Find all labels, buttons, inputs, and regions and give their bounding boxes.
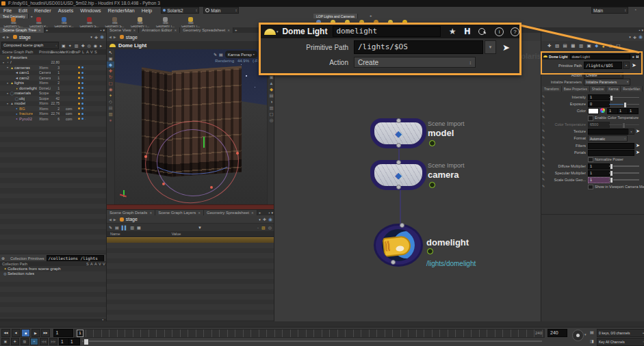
color-swatch[interactable] — [588, 108, 599, 114]
filter-icon[interactable]: ▼ — [198, 226, 202, 230]
exposure-field[interactable]: 0 — [588, 101, 610, 107]
pane-menu-icon[interactable]: ▪ — [269, 211, 270, 215]
pane-menu-icon[interactable]: ▪ — [639, 28, 641, 32]
param-menu-icon[interactable]: ✎ — [542, 135, 545, 139]
portals-field[interactable] — [588, 150, 634, 156]
flipbook-icon[interactable]: ● — [107, 117, 114, 123]
portals-pick-arrow-icon[interactable]: ➤ — [636, 150, 640, 155]
jump-start-button[interactable]: ◀◀ — [1, 329, 10, 337]
stop-button[interactable]: ■ — [21, 329, 30, 337]
overlay-node-name-input[interactable]: domelight — [333, 26, 440, 37]
RenderMan[interactable]: RenderMan — [621, 86, 643, 92]
param-menu-icon[interactable]: ✎ — [542, 163, 545, 168]
expand-icon[interactable]: ▸ — [100, 43, 102, 48]
snap-icon[interactable]: ◇ — [107, 98, 114, 105]
shelf-tab-lop-lights[interactable]: LOP Lights and Cameras — [313, 14, 358, 18]
Transform[interactable]: Transform — [542, 86, 562, 92]
param-menu-icon[interactable]: ✎ — [542, 129, 545, 133]
pin-icon[interactable]: ✚ — [94, 35, 98, 40]
overlay-pick-arrow-icon[interactable]: ➤ — [502, 42, 510, 53]
path-dropdown-icon[interactable]: ▾ — [90, 35, 92, 39]
RenderMan[interactable]: RenderMan — [105, 8, 138, 14]
domelight-gizmo-ring-blue[interactable] — [150, 142, 235, 174]
notes-icon[interactable]: ▤ — [563, 43, 567, 49]
list-icon[interactable]: ▤ — [115, 225, 119, 230]
grid-icon[interactable]: ▤ — [107, 105, 114, 111]
pin-icon[interactable]: ✚ — [633, 35, 636, 40]
tree-row-bg[interactable]: ●BGXform2com- — [0, 106, 106, 111]
pane-dropdown-icon[interactable]: ▾ — [271, 211, 273, 215]
snapshot-bar-icon[interactable]: ▤ — [219, 52, 223, 57]
Base Properties[interactable]: Base Properties — [562, 86, 590, 92]
prim-path-dropdown[interactable]: ▾ — [623, 62, 630, 69]
param-menu-icon[interactable]: ✎ — [542, 143, 545, 147]
Windows[interactable]: Windows — [77, 8, 104, 14]
overlay-prim-path-input[interactable]: /lights/$OS — [354, 40, 483, 54]
specular-multiplier-field[interactable]: 1 — [588, 170, 610, 176]
pane-menu-icon[interactable]: ▪ — [101, 28, 102, 32]
param-menu-icon[interactable]: ✎ — [542, 122, 545, 126]
tree-row-cam2[interactable]: ◄cam2Camera1- — [0, 75, 106, 81]
gear-icon[interactable]: ★ — [449, 27, 456, 36]
Geometry Spreadsheet[interactable]: Geometry Spreadsheet✕ — [204, 210, 257, 215]
help-icon[interactable]: ? — [511, 27, 519, 36]
range-end-field[interactable]: 240 — [548, 329, 567, 337]
initialize-button[interactable]: Initialize Parameters▾ — [584, 79, 630, 85]
search-icon[interactable] — [478, 28, 488, 35]
color-b-field[interactable]: 1 — [628, 108, 639, 114]
col-dra[interactable]: Dra — [72, 50, 78, 54]
info-icon[interactable]: ◎ — [87, 43, 90, 48]
scale-guide-slider[interactable] — [609, 179, 639, 181]
param-menu-icon[interactable]: ✎ — [542, 150, 545, 154]
pause-icon[interactable]: ▌▌ — [122, 226, 128, 230]
Render[interactable]: Render — [31, 8, 55, 14]
tree-row-fracture[interactable]: ●fractureXform22,74com- — [0, 111, 106, 117]
range-sub-field[interactable]: 1 — [68, 338, 80, 345]
color-r-field[interactable]: 1 — [607, 108, 618, 114]
step-back-icon[interactable]: ◀◀ — [40, 338, 48, 345]
gizmo-handle[interactable] — [144, 155, 147, 158]
specular-slider[interactable] — [609, 172, 639, 174]
path-value[interactable]: stage — [126, 35, 138, 40]
autokey-icon[interactable]: ✦ — [30, 338, 38, 345]
node-model-output[interactable] — [396, 143, 401, 148]
path-value[interactable]: stage — [126, 217, 138, 222]
shelf-add-tab-2[interactable]: + — [370, 14, 372, 18]
node-domelight-input[interactable] — [400, 223, 404, 228]
col-name[interactable]: Name — [110, 232, 120, 236]
rotate-tool-icon[interactable]: ↻ — [107, 74, 114, 80]
prim-path-input[interactable]: /lights/$OS — [584, 62, 622, 69]
wrench-icon[interactable]: ✚ — [548, 43, 551, 49]
gear-icon[interactable]: ★ — [632, 55, 634, 59]
param-menu-icon[interactable]: ✎ — [542, 184, 545, 188]
tree-row-domelight[interactable]: ◖domelightDomeLigh1- — [0, 85, 106, 91]
node-camera-input[interactable] — [396, 160, 401, 165]
prim-path-pick-arrow-icon[interactable]: ➤ — [632, 62, 636, 68]
scale-tool-icon[interactable]: ▢ — [107, 80, 114, 86]
filters-field[interactable] — [588, 143, 634, 149]
intensity-slider[interactable] — [609, 97, 639, 98]
tree-row-favorites[interactable]: ★Favorites — [0, 55, 106, 60]
columns-icon[interactable]: ▥ — [130, 225, 134, 230]
timeline-ruler[interactable]: 1 240 — [74, 329, 545, 338]
grid-view-icon[interactable]: ▦ — [571, 43, 575, 49]
tree-row-model[interactable]: ▾▲modelXform22,75- — [0, 101, 106, 107]
move-tool-icon[interactable]: ✚ — [107, 68, 114, 74]
key-options-icon[interactable]: ▾ — [584, 332, 587, 336]
color-temp-field[interactable]: 6500 — [588, 122, 610, 128]
path-dropdown-icon[interactable]: ▾ — [629, 35, 631, 39]
tree-row-lights[interactable]: ▾▲lightsXform2- — [0, 81, 106, 86]
color-wheel-icon[interactable] — [600, 108, 605, 113]
node-camera-output[interactable] — [396, 185, 401, 189]
minus-icon[interactable]: - — [257, 226, 259, 230]
scene-graph-view-selector[interactable]: Composed scene graph↕ — [1, 42, 59, 49]
Help[interactable]: Help — [138, 8, 155, 14]
param-menu-icon[interactable]: ✎ — [542, 157, 545, 161]
tab-scene-graph-tree[interactable]: Scene Graph Tree✕ — [0, 27, 44, 33]
node-camera[interactable]: ◆ — [374, 164, 422, 186]
tree-row-materials[interactable]: ▾◯materialsScope43- — [0, 91, 106, 96]
nav-back-icon[interactable]: ◀ — [109, 35, 112, 39]
action-combo[interactable]: Create↕ — [584, 72, 623, 79]
play-button[interactable]: ▶ — [31, 329, 40, 337]
intensity-field[interactable]: 1 — [588, 94, 610, 101]
